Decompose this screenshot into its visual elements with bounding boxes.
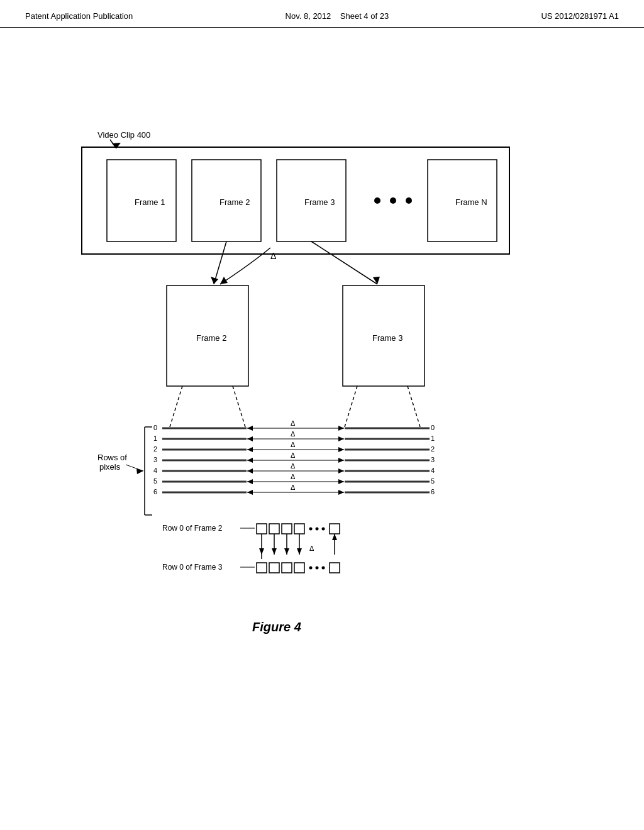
row-num-right-6: 6 bbox=[431, 488, 435, 495]
svg-marker-5 bbox=[136, 468, 143, 474]
row-num-left-4: 4 bbox=[153, 467, 157, 474]
row0-frame3-label: Row 0 of Frame 3 bbox=[162, 563, 223, 572]
row-num-right-2: 2 bbox=[431, 445, 435, 453]
px3-dot3 bbox=[322, 567, 325, 570]
row-num-right-3: 3 bbox=[431, 456, 435, 463]
header-patent-number: US 2012/0281971 A1 bbox=[541, 11, 619, 21]
svg-marker-18 bbox=[247, 490, 253, 495]
main-diagram-svg: Video Clip 400 Frame 1 Frame 2 Frame 3 F… bbox=[0, 28, 644, 782]
svg-marker-13 bbox=[338, 458, 344, 463]
dot1 bbox=[374, 197, 380, 204]
svg-marker-24 bbox=[332, 534, 337, 540]
arrow-left-frame2 bbox=[220, 248, 270, 284]
row0-frame2-label: Row 0 of Frame 2 bbox=[162, 524, 223, 533]
pixel-f3-r0-0 bbox=[257, 563, 267, 573]
dash-frame2-right bbox=[233, 386, 245, 427]
figure-caption: Figure 4 bbox=[252, 620, 301, 634]
svg-marker-22 bbox=[284, 548, 289, 555]
pixel-f3-r0-2 bbox=[282, 563, 292, 573]
svg-marker-8 bbox=[247, 436, 253, 441]
row-num-left-5: 5 bbox=[153, 477, 157, 485]
delta-2: Δ bbox=[291, 441, 296, 448]
px-dot2 bbox=[316, 528, 319, 531]
pixel-f3-r0-3 bbox=[294, 563, 304, 573]
pixel-f2-r0-n bbox=[330, 524, 340, 534]
svg-marker-12 bbox=[247, 458, 253, 463]
svg-marker-10 bbox=[247, 447, 253, 452]
dash-frame3-right bbox=[408, 386, 420, 427]
row-num-right-1: 1 bbox=[431, 434, 435, 442]
svg-marker-2 bbox=[211, 277, 218, 284]
header-publication-label: Patent Application Publication bbox=[25, 11, 133, 21]
page-header: Patent Application Publication Nov. 8, 2… bbox=[0, 0, 644, 28]
pixel-f2-r0-3 bbox=[294, 524, 304, 534]
svg-marker-11 bbox=[338, 447, 344, 452]
svg-marker-15 bbox=[338, 468, 344, 473]
frameN-label: Frame N bbox=[455, 197, 487, 207]
row-num-right-5: 5 bbox=[431, 477, 435, 485]
pixel-f2-r0-2 bbox=[282, 524, 292, 534]
frame2-top-label: Frame 2 bbox=[219, 197, 250, 207]
row-num-left-3: 3 bbox=[153, 456, 157, 463]
delta-4: Δ bbox=[291, 462, 296, 470]
svg-marker-16 bbox=[247, 479, 253, 484]
rows-of-pixels-label-line1: Rows of bbox=[97, 453, 127, 462]
pixel-f2-r0-1 bbox=[269, 524, 279, 534]
svg-marker-14 bbox=[247, 468, 253, 473]
row-num-left-2: 2 bbox=[153, 445, 157, 453]
arrow-frame3-down bbox=[311, 241, 377, 284]
svg-marker-21 bbox=[272, 548, 277, 555]
delta-1: Δ bbox=[291, 430, 296, 438]
dash-frame2-left bbox=[170, 386, 182, 427]
dash-frame3-left bbox=[345, 386, 357, 427]
frame3-mid-label: Frame 3 bbox=[372, 333, 402, 343]
video-clip-label: Video Clip 400 bbox=[97, 130, 150, 140]
row-num-left-1: 1 bbox=[153, 434, 157, 442]
dot2 bbox=[390, 197, 396, 204]
rows-of-pixels-label-line2: pixels bbox=[99, 462, 121, 472]
header-date-sheet: Nov. 8, 2012 Sheet 4 of 23 bbox=[286, 11, 389, 21]
delta-0: Δ bbox=[291, 419, 296, 427]
svg-marker-6 bbox=[247, 426, 253, 431]
delta-6: Δ bbox=[291, 484, 296, 491]
svg-marker-7 bbox=[338, 426, 344, 431]
px-dot1 bbox=[309, 528, 313, 531]
delta-mid-top: Δ bbox=[270, 251, 276, 261]
delta-pixel-row: Δ bbox=[309, 545, 314, 552]
frame1-label: Frame 1 bbox=[135, 197, 165, 207]
svg-marker-17 bbox=[338, 479, 344, 484]
dot3 bbox=[406, 197, 412, 204]
row-num-left-0: 0 bbox=[153, 424, 157, 431]
px3-dot1 bbox=[309, 567, 313, 570]
pixel-f3-r0-n bbox=[330, 563, 340, 573]
delta-3: Δ bbox=[291, 451, 296, 459]
svg-marker-23 bbox=[297, 548, 302, 555]
pixel-f2-r0-0 bbox=[257, 524, 267, 534]
svg-marker-20 bbox=[259, 548, 264, 555]
svg-marker-19 bbox=[338, 490, 344, 495]
row-num-right-4: 4 bbox=[431, 467, 435, 474]
svg-marker-9 bbox=[338, 436, 344, 441]
delta-5: Δ bbox=[291, 473, 296, 480]
px3-dot2 bbox=[316, 567, 319, 570]
row-num-left-6: 6 bbox=[153, 488, 157, 495]
row-num-right-0: 0 bbox=[431, 424, 435, 431]
diagram-container: Video Clip 400 Frame 1 Frame 2 Frame 3 F… bbox=[0, 28, 644, 782]
pixel-f3-r0-1 bbox=[269, 563, 279, 573]
px-dot3 bbox=[322, 528, 325, 531]
frame2-mid-label: Frame 2 bbox=[196, 333, 226, 343]
frame3-top-label: Frame 3 bbox=[304, 197, 335, 207]
